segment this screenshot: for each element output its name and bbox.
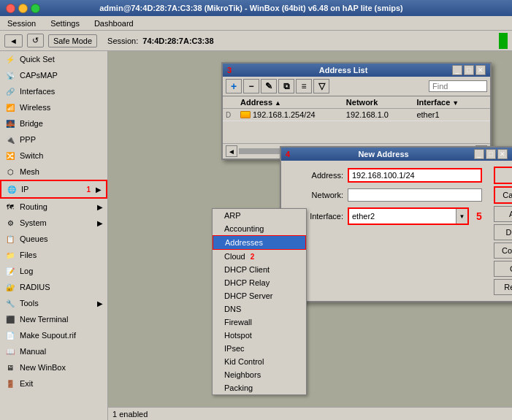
- new-address-title-bar: 4 New Address _ □ ✕: [281, 148, 512, 161]
- interface-select-wrapper[interactable]: ▼: [348, 207, 469, 225]
- sidebar-item-quick-set[interactable]: ⚡ Quick Set: [0, 51, 107, 67]
- copy-address-button[interactable]: ⧉: [278, 79, 294, 93]
- sidebar-label-make-supout: Make Supout.rif: [20, 331, 76, 340]
- row-network: 192.168.1.0: [346, 110, 417, 119]
- sidebar-item-manual[interactable]: 📖 Manual: [0, 343, 107, 359]
- menu-session[interactable]: Session: [3, 18, 40, 28]
- sidebar-item-bridge[interactable]: 🌉 Bridge: [0, 115, 107, 131]
- sidebar-label-ppp: PPP: [20, 135, 36, 144]
- sort-address-button[interactable]: ≡: [296, 79, 312, 93]
- sidebar-label-capsman: CAPsMAP: [20, 71, 58, 80]
- refresh-button[interactable]: ↺: [27, 34, 44, 47]
- form-fields: Address: Network: Interface: ▼: [281, 161, 489, 238]
- sidebar-item-queues[interactable]: 📋 Queues: [0, 231, 107, 247]
- sidebar-item-radius[interactable]: 🔐 RADIUS: [0, 279, 107, 295]
- address-list-close[interactable]: ✕: [475, 65, 486, 75]
- cancel-button[interactable]: Cancel 6: [494, 186, 512, 204]
- minimize-button[interactable]: [18, 4, 28, 13]
- scroll-left-button[interactable]: ◄: [226, 145, 237, 157]
- address-list-title-bar: 3 Address List _ □ ✕: [223, 64, 490, 77]
- context-menu-accounting[interactable]: Accounting: [213, 222, 306, 235]
- sidebar-item-files[interactable]: 📁 Files: [0, 247, 107, 263]
- new-address-close[interactable]: ✕: [497, 149, 508, 159]
- address-input[interactable]: [348, 168, 482, 183]
- main-layout: ⚡ Quick Set 📡 CAPsMAP 🔗 Interfaces 📶 Wir…: [0, 51, 512, 420]
- status-bar: 1 enabled: [108, 407, 512, 420]
- context-menu-dhcp-relay[interactable]: DHCP Relay: [213, 276, 306, 289]
- edit-address-button[interactable]: ✎: [261, 79, 277, 93]
- close-button[interactable]: [6, 4, 15, 13]
- context-menu-dns[interactable]: DNS: [213, 302, 306, 316]
- sidebar-item-wireless[interactable]: 📶 Wireless: [0, 99, 107, 115]
- new-address-maximize[interactable]: □: [486, 149, 496, 159]
- new-address-minimize[interactable]: _: [474, 149, 484, 159]
- sidebar-item-ppp[interactable]: 🔌 PPP: [0, 131, 107, 148]
- row-address: 192.168.1.254/24: [240, 110, 346, 119]
- ppp-icon: 🔌: [4, 134, 16, 145]
- row-interface: ether1: [416, 110, 487, 119]
- context-menu-firewall[interactable]: Firewall: [213, 316, 306, 329]
- context-menu-addresses[interactable]: Addresses: [213, 235, 306, 250]
- comment-button[interactable]: Comment: [494, 243, 512, 259]
- sidebar-item-routing[interactable]: 🗺 Routing ▶: [0, 199, 107, 215]
- tools-icon: 🔧: [4, 297, 16, 309]
- filter-address-button[interactable]: ▽: [313, 79, 329, 93]
- sidebar-label-tools: Tools: [20, 299, 39, 308]
- window-controls[interactable]: [6, 4, 40, 13]
- sidebar-label-routing: Routing: [20, 202, 47, 211]
- context-menu-ipsec[interactable]: IPsec: [213, 342, 306, 355]
- sidebar-item-make-supout[interactable]: 📄 Make Supout.rif: [0, 327, 107, 343]
- menu-dashboard[interactable]: Dashboard: [90, 18, 138, 28]
- status-text: 1 enabled: [112, 410, 148, 419]
- network-icon: [240, 111, 251, 118]
- sidebar-item-interfaces[interactable]: 🔗 Interfaces: [0, 83, 107, 99]
- remove-button[interactable]: Remove: [494, 279, 512, 295]
- interface-input[interactable]: [349, 210, 456, 222]
- address-list-header: Address ▲ Network Interface ▼: [223, 96, 490, 109]
- address-list-minimize[interactable]: _: [452, 65, 462, 75]
- cloud-badge: 2: [251, 253, 255, 261]
- connection-indicator: [499, 33, 508, 49]
- col-interface: Interface ▼: [416, 98, 487, 107]
- new-address-controls[interactable]: _ □ ✕: [474, 149, 508, 159]
- sidebar-label-queues: Queues: [20, 234, 48, 243]
- interface-dropdown-arrow[interactable]: ▼: [456, 209, 467, 224]
- network-input[interactable]: [348, 188, 482, 202]
- ok-button[interactable]: OK: [494, 167, 512, 184]
- sidebar-item-new-terminal[interactable]: ⬛ New Terminal: [0, 311, 107, 327]
- context-menu-dhcp-server[interactable]: DHCP Server: [213, 289, 306, 302]
- sidebar-item-switch[interactable]: 🔀 Switch: [0, 148, 107, 164]
- maximize-button[interactable]: [31, 4, 40, 13]
- sidebar-item-mesh[interactable]: ⬡ Mesh: [0, 164, 107, 180]
- sidebar-label-interfaces: Interfaces: [20, 87, 55, 96]
- terminal-icon: ⬛: [4, 313, 16, 325]
- address-list-maximize[interactable]: □: [464, 65, 474, 75]
- context-menu-cloud[interactable]: Cloud 2: [213, 250, 306, 263]
- context-menu-neighbors[interactable]: Neighbors: [213, 368, 306, 381]
- apply-button[interactable]: Apply: [494, 206, 512, 222]
- safe-mode-button[interactable]: Safe Mode: [48, 34, 97, 47]
- sidebar-item-system[interactable]: ⚙ System ▶: [0, 215, 107, 231]
- sidebar-item-capsman[interactable]: 📡 CAPsMAP: [0, 67, 107, 83]
- search-input[interactable]: [429, 80, 487, 92]
- sidebar-item-new-winbox[interactable]: 🖥 New WinBox: [0, 359, 107, 375]
- sidebar-item-tools[interactable]: 🔧 Tools ▶: [0, 295, 107, 311]
- new-address-badge: 4: [286, 150, 290, 159]
- context-menu-hotspot[interactable]: Hotspot: [213, 329, 306, 342]
- context-menu-arp[interactable]: ARP: [213, 209, 306, 222]
- sidebar-item-exit[interactable]: 🚪 Exit: [0, 375, 107, 392]
- copy-button[interactable]: Copy: [494, 261, 512, 277]
- context-menu-packing[interactable]: Packing: [213, 381, 306, 394]
- interfaces-icon: 🔗: [4, 85, 16, 97]
- context-menu-dhcp-client[interactable]: DHCP Client: [213, 263, 306, 276]
- context-menu-kid-control[interactable]: Kid Control: [213, 355, 306, 368]
- remove-address-button[interactable]: −: [243, 79, 259, 93]
- add-address-button[interactable]: +: [226, 79, 242, 93]
- menu-settings[interactable]: Settings: [46, 18, 84, 28]
- disable-button[interactable]: Disable: [494, 224, 512, 240]
- address-row-0[interactable]: D 192.168.1.254/24 192.168.1.0 ether1: [223, 109, 490, 121]
- back-button[interactable]: ◄: [4, 34, 23, 47]
- sidebar-item-ip[interactable]: 🌐 IP 1 ▶: [0, 180, 107, 199]
- address-list-controls[interactable]: _ □ ✕: [452, 65, 486, 75]
- sidebar-item-log[interactable]: 📝 Log: [0, 263, 107, 279]
